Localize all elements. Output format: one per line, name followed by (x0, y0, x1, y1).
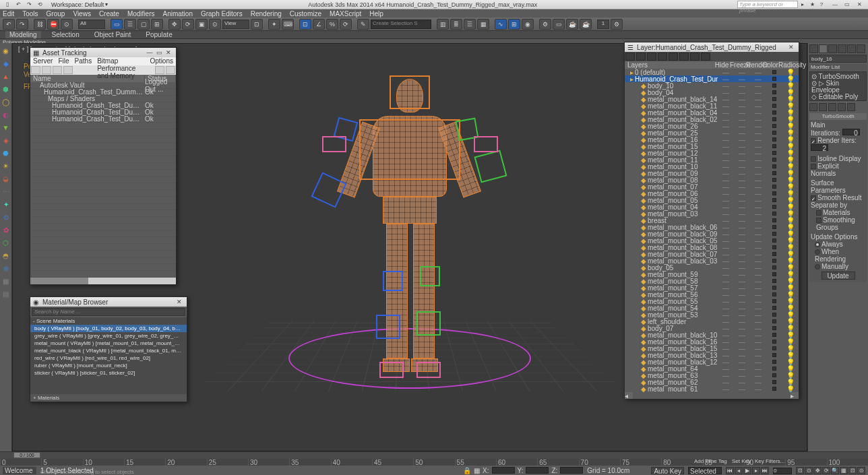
goto-end-button[interactable]: ⏭ (761, 467, 769, 474)
layer-highlight-button[interactable] (669, 53, 678, 61)
star-icon[interactable]: ★ (807, 1, 817, 8)
layer-col-hide[interactable]: Hide (714, 61, 730, 69)
render-iters-spinner[interactable]: 2 (811, 144, 828, 151)
layer-row[interactable]: ◆metal_mount_06———💡 (625, 190, 799, 197)
menu-animation[interactable]: Animation (162, 10, 192, 18)
redo-button[interactable]: ↷ (16, 19, 28, 30)
redo-icon[interactable]: ↷ (24, 1, 34, 8)
tool-icon-6[interactable]: ◐ (1, 110, 11, 120)
layer-row[interactable]: ◆metal_mount_black_16———💡 (625, 338, 799, 345)
material-row[interactable]: metal_mount_black ( VRayMtl ) [metal_mou… (30, 347, 187, 354)
layer-row[interactable]: ◆metal_mount_black_06———💡 (625, 224, 799, 230)
layer-row[interactable]: ◆body_10———💡 (625, 82, 799, 89)
tool-icon-9[interactable]: ⬣ (1, 148, 11, 158)
asset-menu-options[interactable]: Options (150, 57, 173, 65)
app-icon[interactable]: ▯ (3, 1, 12, 8)
lock-icon[interactable]: 🔒 (463, 467, 471, 474)
layer-row[interactable]: ◆metal_mount_05———💡 (625, 197, 799, 203)
ref-coord-dropdown[interactable]: View (222, 20, 249, 29)
play-button[interactable]: ▶ (743, 467, 751, 474)
tool-icon-18[interactable]: ⊕ (1, 263, 11, 274)
layer-row[interactable]: ◆metal_mount_55———💡 (625, 298, 799, 305)
unlink-button[interactable]: ⛔ (47, 19, 59, 30)
select-object-button[interactable]: ▭ (111, 19, 123, 30)
mirror-button[interactable]: ▥ (437, 19, 449, 30)
modifier-stack-item[interactable]: ◇ Editable Poly (811, 94, 865, 100)
edit-selection-button[interactable]: ✎ (357, 19, 369, 30)
time-config-button[interactable]: ⊡ (796, 467, 804, 474)
render-iterative-button[interactable]: ☕ (580, 19, 592, 30)
hierarchy-tab[interactable] (828, 44, 837, 53)
materials-footer[interactable]: + Materials (30, 394, 187, 402)
schematic-view-button[interactable]: ⊞ (508, 19, 520, 30)
layer-row[interactable]: ◆metal_mount_black_15———💡 (625, 345, 799, 352)
window-crossing-button[interactable]: ⊞ (151, 19, 163, 30)
pivot-button[interactable]: ⊡ (251, 19, 263, 30)
turbosmooth-rollout-header[interactable]: TurboSmooth (809, 113, 867, 120)
autokey-button[interactable]: Auto Key (651, 467, 684, 474)
tool-icon-20[interactable]: ▤ (1, 289, 11, 299)
key-mode-dropdown[interactable]: Selected (688, 467, 722, 474)
layer-col-color[interactable]: Color (762, 61, 778, 69)
create-selection-dropdown[interactable]: Create Selection S (371, 20, 431, 29)
show-end-result-button[interactable] (819, 103, 827, 111)
asset-tb-options[interactable] (166, 66, 175, 74)
select-rect-button[interactable]: ▢ (137, 19, 150, 30)
layer-row[interactable]: ◆body_04———💡 (625, 89, 799, 96)
render-setup-button[interactable]: ⚙ (539, 19, 551, 30)
material-editor-button[interactable]: ◉ (522, 19, 534, 30)
material-row[interactable]: metal_mount ( VRayMtl ) [metal_mount_01,… (30, 340, 187, 347)
tool-icon-13[interactable]: ✦ (1, 199, 11, 210)
modifier-stack-item[interactable]: Envelope (811, 87, 865, 94)
configure-sets-button[interactable] (847, 103, 855, 111)
align-button[interactable]: ≣ (450, 19, 462, 30)
modifier-list-dropdown[interactable]: Modifier List (809, 64, 867, 71)
workspace-selector[interactable]: Workspace: Default (51, 1, 104, 8)
maximize-button[interactable]: ▭ (842, 1, 852, 8)
smoothing-groups-checkbox[interactable] (816, 218, 822, 223)
update-button[interactable]: Update (822, 272, 855, 280)
asset-tb-1[interactable] (31, 66, 40, 74)
layer-row[interactable]: ◆metal_mount_black_14———💡 (625, 96, 799, 102)
tool-icon-16[interactable]: ⬡ (1, 238, 11, 248)
layer-row[interactable]: ◆metal_mount_54———💡 (625, 305, 799, 311)
material-row[interactable]: red_wire ( VRayMtl ) [red_wire_01, red_w… (30, 354, 187, 362)
menu-graph-editors[interactable]: Graph Editors (201, 10, 243, 18)
prev-frame-button[interactable]: ◂ (735, 467, 743, 474)
bind-button[interactable]: ⊙ (61, 19, 73, 30)
layer-h-scrollbar[interactable]: ◂▸ (625, 392, 799, 399)
layer-row[interactable]: ◆metal_mount_11———💡 (625, 156, 799, 163)
undo-button[interactable]: ↶ (3, 19, 15, 30)
render-production-button[interactable]: ☕ (566, 19, 578, 30)
layer-hide-button[interactable] (679, 53, 689, 61)
angle-snap-button[interactable]: ∠ (313, 19, 325, 30)
object-name-input[interactable] (809, 55, 867, 63)
help-icon[interactable]: ? (817, 1, 826, 8)
move-button[interactable]: ✥ (168, 19, 181, 30)
layer-col-name[interactable]: Layers (625, 61, 714, 69)
keyboard-shortcut-button[interactable]: ⌨ (282, 19, 294, 30)
layer-row[interactable]: ◆metal_mount_12———💡 (625, 150, 799, 156)
layer-row[interactable]: ◆metal_mount_black_07———💡 (625, 251, 799, 257)
asset-maximize-button[interactable]: ▭ (154, 49, 164, 56)
goto-start-button[interactable]: ⏮ (726, 467, 734, 474)
rendered-frame-button[interactable]: ▭ (553, 19, 565, 30)
layer-col-render[interactable]: Render (746, 61, 762, 69)
layer-row[interactable]: ◆breast———💡 (625, 217, 799, 224)
mat-search-input[interactable]: Search by Name ... (32, 308, 185, 316)
menu-create[interactable]: Create (99, 10, 119, 18)
nav-4-button[interactable]: 🔍 (831, 467, 839, 474)
layer-row[interactable]: ◆metal_mount_63———💡 (625, 372, 799, 379)
layer-close-button[interactable]: ✕ (786, 44, 796, 51)
layer-manager-button[interactable]: ☰ (464, 19, 476, 30)
rotate-button[interactable]: ⟳ (182, 19, 194, 30)
asset-menu-server[interactable]: Server (33, 57, 53, 65)
help-arrow-icon[interactable]: ▸ (798, 1, 807, 8)
manually-radio[interactable] (815, 264, 820, 270)
layer-row[interactable]: ◆metal_mount_09———💡 (625, 170, 799, 177)
asset-row[interactable]: Humanoid_Crash_Test_Dummy_Sticker_Diff..… (30, 116, 176, 123)
asset-minimize-button[interactable]: — (145, 49, 154, 56)
layer-row[interactable]: ◆left_shoulder———💡 (625, 318, 799, 325)
layer-row[interactable]: ◆metal_mount_58———💡 (625, 278, 799, 284)
render-iters-checkbox[interactable] (811, 138, 816, 144)
